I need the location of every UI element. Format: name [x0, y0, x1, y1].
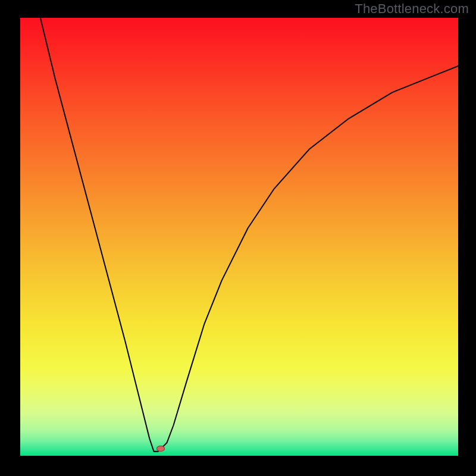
bottleneck-curve — [20, 18, 458, 456]
watermark-text: TheBottleneck.com — [355, 1, 469, 17]
chart-frame: TheBottleneck.com — [0, 0, 476, 476]
plot-area — [20, 18, 458, 456]
optimum-marker — [156, 446, 165, 452]
